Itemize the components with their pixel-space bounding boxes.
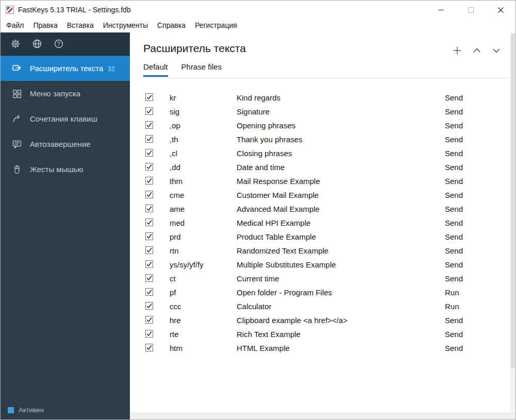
checkbox-cell xyxy=(145,288,170,297)
table-row[interactable]: pf Open folder - Program Files Run xyxy=(130,285,510,299)
row-description: Opening phrases xyxy=(237,121,445,130)
add-item-button[interactable] xyxy=(450,43,465,58)
row-checkbox[interactable] xyxy=(145,344,153,351)
table-row[interactable]: ,op Opening phrases Send xyxy=(130,119,510,132)
row-action-type: Send xyxy=(445,316,510,325)
row-abbreviation: ys/sy/yf/fy xyxy=(170,260,237,269)
row-checkbox[interactable] xyxy=(145,232,153,240)
checkbox-cell xyxy=(145,260,170,269)
table-row[interactable]: ys/sy/yf/fy Multiple Substitutes Example… xyxy=(130,258,510,272)
minimize-button[interactable] xyxy=(426,1,456,19)
row-checkbox[interactable] xyxy=(145,288,153,296)
move-down-button[interactable] xyxy=(489,43,504,58)
sidebar-item-mouse-gestures[interactable]: Жесты мышью xyxy=(1,157,130,182)
row-description: Product Table Example xyxy=(237,232,445,241)
row-checkbox[interactable] xyxy=(145,302,153,310)
row-abbreviation: ccc xyxy=(170,302,237,311)
row-action-type: Send xyxy=(445,260,510,269)
row-checkbox[interactable] xyxy=(145,316,153,324)
row-action-type: Run xyxy=(445,302,510,311)
menu-help[interactable]: Справка xyxy=(153,19,190,32)
row-checkbox[interactable] xyxy=(145,219,153,226)
row-checkbox[interactable] xyxy=(145,93,153,101)
vertical-scrollbar[interactable] xyxy=(510,32,515,413)
menu-tools[interactable]: Инструменты xyxy=(98,19,153,32)
sidebar-item-label: Расширитель текста xyxy=(30,64,103,73)
table-row[interactable]: kr Kind regards Send xyxy=(130,91,510,105)
row-checkbox[interactable] xyxy=(145,191,153,198)
table-row[interactable]: cme Customer Mail Example Send xyxy=(130,188,510,202)
row-action-type: Send xyxy=(445,191,510,199)
sidebar-item-autocomplete[interactable]: Автозавершение xyxy=(1,131,130,157)
table-row[interactable]: med Medical HPI Example Send xyxy=(130,216,510,230)
table-row[interactable]: htm HTML Example Send xyxy=(130,341,510,355)
expansion-list: kr Kind regards Send sig Signature Send … xyxy=(130,91,510,355)
table-row[interactable]: ct Current time Send xyxy=(130,272,510,285)
row-action-type: Send xyxy=(445,177,510,186)
menu-edit[interactable]: Правка xyxy=(28,19,62,32)
scrollbar-thumb[interactable] xyxy=(511,33,515,368)
sidebar-nav: Расширитель текста 32 Меню запуска Сочет… xyxy=(1,56,130,182)
menu-registration[interactable]: Регистрация xyxy=(190,19,242,32)
settings-icon[interactable] xyxy=(5,32,26,56)
sidebar-item-shortcuts[interactable]: Сочетания клавиш xyxy=(1,106,130,131)
close-button[interactable] xyxy=(486,1,515,19)
row-checkbox[interactable] xyxy=(145,205,153,212)
row-checkbox[interactable] xyxy=(145,260,153,268)
status-label: Активен xyxy=(19,406,44,414)
checkbox-cell xyxy=(145,232,170,241)
checkbox-cell xyxy=(145,107,170,116)
tab-default[interactable]: Default xyxy=(143,62,168,77)
row-checkbox[interactable] xyxy=(145,246,153,254)
sidebar-item-text-expander[interactable]: Расширитель текста 32 xyxy=(1,56,130,81)
table-row[interactable]: ,cl Closing phrases Send xyxy=(130,146,510,160)
row-abbreviation: hre xyxy=(170,316,237,325)
row-checkbox[interactable] xyxy=(145,177,153,184)
table-row[interactable]: rte Rich Text Example Send xyxy=(130,327,510,341)
checkbox-cell xyxy=(145,149,170,158)
maximize-button[interactable] xyxy=(456,1,486,19)
table-row[interactable]: sig Signature Send xyxy=(130,105,510,119)
item-count-badge: 32 xyxy=(108,65,114,73)
svg-text:?: ? xyxy=(57,41,60,47)
checkbox-cell xyxy=(145,135,170,144)
tab-phrase-files[interactable]: Phrase files xyxy=(181,62,222,77)
row-checkbox[interactable] xyxy=(145,107,153,115)
row-description: Medical HPI Example xyxy=(237,219,445,227)
sidebar-item-label: Автозавершение xyxy=(30,140,91,148)
row-action-type: Send xyxy=(445,232,510,241)
menu-insert[interactable]: Вставка xyxy=(62,19,98,32)
globe-icon[interactable] xyxy=(26,32,48,56)
row-description: Clipboard example <a href></a> xyxy=(237,316,445,325)
row-action-type: Send xyxy=(445,93,510,102)
table-row[interactable]: ame Advanced Mail Example Send xyxy=(130,202,510,216)
row-action-type: Send xyxy=(445,121,510,130)
move-up-button[interactable] xyxy=(469,43,485,58)
checkbox-cell xyxy=(145,163,170,172)
table-row[interactable]: ccc Calculator Run xyxy=(130,299,510,313)
row-abbreviation: sig xyxy=(170,107,237,116)
row-description: Customer Mail Example xyxy=(237,191,445,199)
checkbox-cell xyxy=(145,302,170,311)
sidebar-item-start-menu[interactable]: Меню запуска xyxy=(1,81,130,106)
row-description: HTML Example xyxy=(237,344,445,352)
row-abbreviation: med xyxy=(170,219,237,227)
table-row[interactable]: thm Mail Response Example Send xyxy=(130,174,510,188)
row-checkbox[interactable] xyxy=(145,135,153,143)
row-abbreviation: ,cl xyxy=(170,149,237,158)
table-row[interactable]: ,dd Date and time Send xyxy=(130,160,510,174)
checkbox-cell xyxy=(145,205,170,213)
row-checkbox[interactable] xyxy=(145,149,153,157)
table-row[interactable]: rtn Randomized Text Example Send xyxy=(130,244,510,258)
status-indicator: Активен xyxy=(8,406,44,414)
table-row[interactable]: prd Product Table Example Send xyxy=(130,230,510,244)
row-abbreviation: rtn xyxy=(170,246,237,255)
row-checkbox[interactable] xyxy=(145,121,153,129)
row-checkbox[interactable] xyxy=(145,330,153,338)
row-checkbox[interactable] xyxy=(145,274,153,282)
table-row[interactable]: ,th Thank you phrases Send xyxy=(130,132,510,146)
table-row[interactable]: hre Clipboard example <a href></a> Send xyxy=(130,313,510,327)
help-icon[interactable]: ? xyxy=(48,32,70,56)
row-checkbox[interactable] xyxy=(145,163,153,171)
menu-file[interactable]: Файл xyxy=(2,19,28,32)
